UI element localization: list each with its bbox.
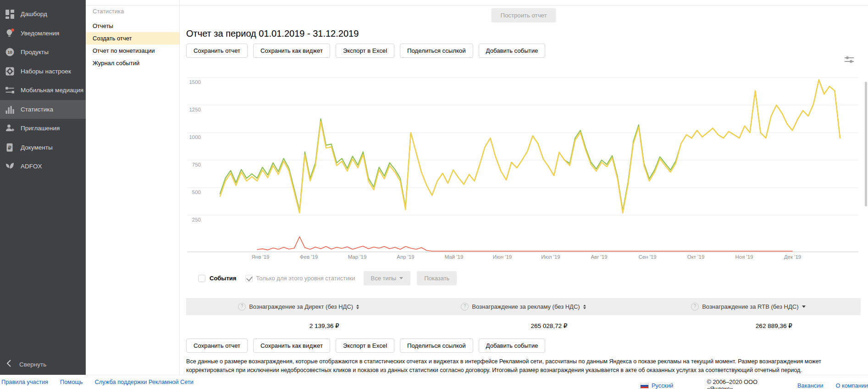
sidebar-collapse-label: Свернуть	[19, 361, 46, 368]
disclaimer-line-1: Все данные о размере вознаграждения, кот…	[186, 357, 862, 366]
submenu-items: ОтчетыСоздать отчетОтчет по монетизацииЖ…	[86, 20, 179, 69]
totals-table: Вознаграждение за Директ (без НДС)Вознаг…	[186, 298, 861, 336]
column-header-2[interactable]: Вознаграждение за рекламу (без НДС)	[411, 298, 636, 315]
footer-left-links: Правила участияПомощьСлужба поддержки Ре…	[1, 378, 194, 385]
statistics-icon	[5, 105, 14, 114]
report-chart-svg: 150012501000750500250	[182, 68, 860, 254]
sort-desc-icon	[802, 306, 806, 308]
yandex-partner-statistics-page: ДашбордУведомления10ПродуктыНаборы настр…	[0, 0, 868, 389]
footer-link[interactable]: Помощь	[60, 378, 83, 385]
language-label: Русский	[652, 382, 673, 389]
events-filter-row: События Только для этого уровня статисти…	[198, 271, 457, 285]
sidebar-item-invitations[interactable]: Приглашения	[0, 119, 86, 138]
footer-link[interactable]: Вакансии	[797, 382, 823, 389]
reward-disclaimer: Все данные о размере вознаграждения, кот…	[186, 357, 862, 375]
main-sidebar: ДашбордУведомления10ПродуктыНаборы настр…	[0, 0, 86, 375]
column-header-label: Вознаграждение за рекламу (без НДС)	[472, 303, 580, 310]
footer-link[interactable]: О компании	[835, 382, 868, 389]
help-icon[interactable]	[691, 303, 699, 311]
svg-text:1000: 1000	[189, 134, 201, 140]
vertical-scrollbar-thumb[interactable]	[865, 82, 867, 206]
only-this-level-label: Только для этого уровня статистики	[256, 275, 355, 282]
save-as-widget-button[interactable]: Сохранить как виджет	[253, 44, 330, 58]
disclaimer-line-2: корректироваться при исключении недоброс…	[186, 366, 862, 375]
report-content: Построить отчет Отчет за период 01.01.20…	[180, 0, 868, 375]
export-excel-button[interactable]: Экспорт в Excel	[336, 44, 394, 58]
documents-icon: ₽	[5, 143, 14, 152]
sidebar-item-mobile-mediation[interactable]: Мобильная медиация	[0, 81, 86, 100]
sidebar-item-label: Наборы настроек	[21, 68, 71, 75]
notifications-icon	[5, 28, 14, 38]
svg-text:500: 500	[192, 189, 201, 195]
save-report-button[interactable]: Сохранить отчет	[186, 339, 248, 353]
add-event-button[interactable]: Добавить событие	[479, 339, 546, 353]
footer-extra-links: ВакансииО компании	[797, 382, 868, 389]
column-value-1: 2 139,36 ₽	[186, 315, 411, 336]
svg-text:1500: 1500	[189, 79, 201, 85]
sidebar-item-label: Статистика	[21, 106, 53, 113]
only-this-level-checkbox[interactable]	[245, 275, 253, 282]
submenu-item[interactable]: Журнал событий	[86, 57, 179, 69]
event-types-dropdown[interactable]: Все типы	[364, 271, 411, 285]
save-report-button[interactable]: Сохранить отчет	[186, 44, 248, 58]
help-icon[interactable]	[461, 303, 469, 311]
event-types-dropdown-label: Все типы	[371, 275, 397, 282]
x-axis-label: Фев '19	[300, 254, 318, 260]
column-header-3[interactable]: Вознаграждение за RTB (без НДС)	[636, 298, 861, 315]
x-axis-label: Июл '19	[541, 254, 560, 260]
footer-link[interactable]: Правила участия	[1, 378, 48, 385]
sidebar-collapse-button[interactable]: Свернуть	[6, 360, 46, 369]
show-events-button[interactable]: Показать	[417, 271, 457, 285]
column-header-label: Вознаграждение за Директ (без НДС)	[249, 303, 353, 310]
sidebar-item-notifications[interactable]: Уведомления	[0, 24, 86, 43]
sidebar-item-settings-sets[interactable]: Наборы настроек	[0, 62, 86, 81]
sidebar-item-label: Дашборд	[21, 11, 47, 17]
submenu-item[interactable]: Отчет по монетизации	[86, 44, 179, 57]
help-icon[interactable]	[238, 303, 246, 311]
totals-table-value-row: 2 139,36 ₽265 028,72 ₽262 889,36 ₽	[186, 315, 861, 336]
column-header-1[interactable]: Вознаграждение за Директ (без НДС)	[186, 298, 411, 315]
chevron-down-icon	[399, 277, 403, 279]
sidebar-item-label: Уведомления	[21, 30, 59, 37]
column-value-2: 265 028,72 ₽	[411, 315, 636, 336]
report-period-title: Отчет за период 01.01.2019 - 31.12.2019	[186, 28, 359, 39]
sidebar-item-statistics[interactable]: Статистика	[0, 100, 86, 119]
x-axis-label: Май '19	[445, 254, 464, 260]
invitations-icon	[5, 124, 14, 133]
sidebar-items: ДашбордУведомления10ПродуктыНаборы настр…	[0, 0, 86, 176]
toolbar-bottom: Сохранить отчетСохранить как виджетЭкспо…	[186, 339, 545, 353]
chevron-left-icon	[6, 360, 11, 369]
footer-link[interactable]: Служба поддержки Рекламной Сети	[94, 378, 194, 385]
export-excel-button[interactable]: Экспорт в Excel	[336, 339, 394, 353]
submenu-item[interactable]: Отчеты	[86, 20, 179, 32]
x-axis-label: Сен '19	[638, 254, 656, 260]
copyright-text: © 2006–2020 ООО «Яндекс»	[707, 378, 785, 389]
events-checkbox[interactable]	[198, 275, 205, 282]
submenu-item[interactable]: Создать отчет	[86, 32, 179, 44]
x-axis-label: Авг '19	[591, 254, 607, 260]
x-axis-label: Янв '19	[252, 254, 270, 260]
sidebar-item-dashboard[interactable]: Дашборд	[0, 5, 86, 24]
sidebar-item-label: ADFOX	[21, 163, 42, 170]
share-link-button[interactable]: Поделиться ссылкой	[400, 44, 473, 58]
build-report-button[interactable]: Построить отчет	[492, 8, 556, 22]
share-link-button[interactable]: Поделиться ссылкой	[400, 339, 473, 353]
add-event-button[interactable]: Добавить событие	[479, 44, 546, 58]
totals-table-header-row: Вознаграждение за Директ (без НДС)Вознаг…	[186, 298, 861, 315]
chart-settings-icon[interactable]	[844, 56, 854, 65]
sidebar-item-adfox[interactable]: ADFOX	[0, 157, 86, 176]
svg-text:750: 750	[192, 162, 201, 167]
toolbar-top: Сохранить отчетСохранить как виджетЭкспо…	[186, 44, 545, 58]
mobile-mediation-icon	[5, 86, 14, 95]
reward-value: 262 889,36 ₽	[756, 322, 792, 329]
save-as-widget-button[interactable]: Сохранить как виджет	[253, 339, 330, 353]
x-axis-label: Мар '19	[348, 254, 367, 260]
footer-right-links: Русский © 2006–2020 ООО «Яндекс» Ваканси…	[640, 378, 868, 389]
language-switcher[interactable]: Русский	[640, 382, 673, 389]
x-axis-label: Апр '19	[397, 254, 414, 260]
submenu-title: Статистика	[86, 6, 179, 20]
russia-flag-icon	[640, 383, 649, 389]
sidebar-item-products[interactable]: 10Продукты	[0, 43, 86, 62]
settings-sets-icon	[5, 67, 14, 76]
sidebar-item-documents[interactable]: ₽Документы	[0, 138, 86, 157]
